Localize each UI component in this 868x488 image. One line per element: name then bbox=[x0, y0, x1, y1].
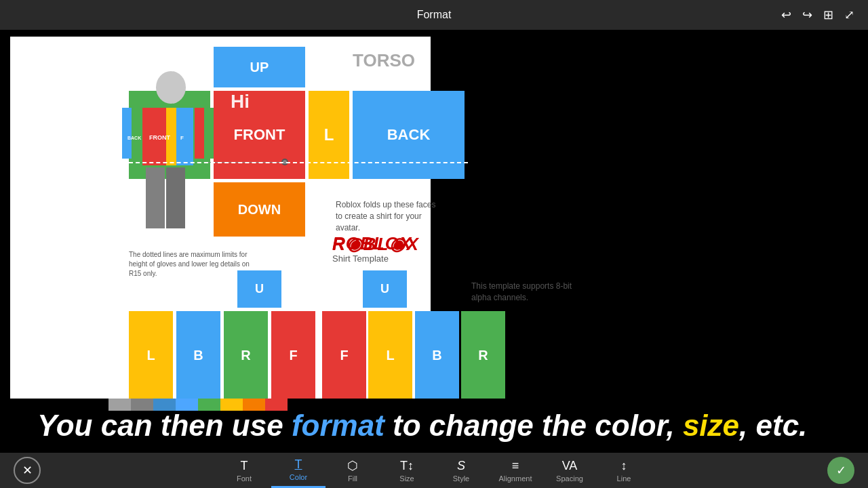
right-arm-face-l: L bbox=[129, 311, 173, 399]
color-icon: T bbox=[295, 458, 302, 472]
undo-icon[interactable]: ↩ bbox=[781, 7, 791, 22]
font-icon: T bbox=[241, 459, 248, 473]
face-l: L bbox=[309, 91, 349, 179]
confirm-button[interactable]: ✓ bbox=[827, 457, 854, 484]
line-icon: ↕ bbox=[621, 459, 627, 473]
alignment-label: Alignment bbox=[499, 474, 532, 483]
right-arm-face-b: B bbox=[176, 311, 220, 399]
caption-size-word: size bbox=[683, 409, 739, 442]
swatch-blue[interactable] bbox=[176, 399, 198, 411]
swatch-gray-light[interactable] bbox=[108, 399, 131, 411]
left-arm-face-l: L bbox=[368, 311, 412, 399]
torso-label: TORSO bbox=[353, 50, 415, 71]
svg-point-0 bbox=[156, 71, 186, 104]
note-text-1: Roblox folds up these faces to create a … bbox=[336, 199, 444, 233]
svg-rect-3 bbox=[176, 108, 193, 165]
left-arm-face-r: R bbox=[461, 311, 505, 399]
swatch-green[interactable] bbox=[198, 399, 220, 411]
right-arm-u-box: U bbox=[237, 270, 281, 308]
swatch-yellow[interactable] bbox=[220, 399, 243, 411]
layers-icon[interactable]: ⊞ bbox=[823, 7, 833, 22]
spacing-icon: VA bbox=[562, 459, 578, 473]
toolbar-item-font[interactable]: T Font bbox=[217, 453, 271, 488]
style-label: Style bbox=[453, 474, 469, 483]
avatar-svg: FRONT F BACK bbox=[108, 64, 234, 281]
color-swatches-bar bbox=[108, 399, 288, 411]
face-back: BACK bbox=[353, 91, 465, 179]
fill-icon: ⬡ bbox=[347, 458, 358, 473]
fill-label: Fill bbox=[348, 474, 357, 483]
svg-rect-7 bbox=[204, 108, 214, 159]
redo-icon[interactable]: ↪ bbox=[802, 7, 812, 22]
caption-color-word: color bbox=[595, 409, 666, 442]
hi-text-overlay: Hi bbox=[231, 91, 250, 113]
avatar-section: FRONT F BACK bbox=[108, 64, 234, 281]
canvas-area: TORSO UP R FRONT Hi L BACK DOWN Roblox bbox=[0, 30, 868, 430]
top-bar: Format ↩ ↪ ⊞ ⤢ bbox=[0, 0, 868, 30]
dashed-line-top bbox=[129, 162, 468, 163]
right-arm-face-r: R bbox=[224, 311, 268, 399]
swatch-orange[interactable] bbox=[243, 399, 265, 411]
left-arm-face-f: F bbox=[322, 311, 366, 399]
app-title: Format bbox=[417, 9, 452, 21]
alignment-icon: ≡ bbox=[512, 459, 519, 473]
caption-bar: You can then use format to change the co… bbox=[0, 399, 868, 453]
top-bar-icons: ↩ ↪ ⊞ ⤢ bbox=[781, 7, 854, 22]
bottom-toolbar: ✕ T Font T Color ⬡ Fill T↕ Size S Style … bbox=[0, 453, 868, 488]
cancel-button[interactable]: ✕ bbox=[14, 457, 41, 484]
line-label: Line bbox=[617, 474, 631, 483]
swatch-gray[interactable] bbox=[131, 399, 153, 411]
toolbar-item-size[interactable]: T↕ Size bbox=[380, 453, 434, 488]
toolbar-item-alignment[interactable]: ≡ Alignment bbox=[488, 453, 542, 488]
toolbar-item-spacing[interactable]: VA Spacing bbox=[542, 453, 597, 488]
right-arm-face-f: F bbox=[271, 311, 315, 399]
size-icon: T↕ bbox=[400, 459, 414, 473]
toolbar-item-style[interactable]: S Style bbox=[434, 453, 488, 488]
toolbar-item-line[interactable]: ↕ Line bbox=[597, 453, 651, 488]
caption-format-word: format bbox=[292, 409, 384, 442]
toolbar-items: T Font T Color ⬡ Fill T↕ Size S Style ≡ … bbox=[217, 453, 651, 488]
svg-rect-9 bbox=[166, 167, 185, 228]
svg-text:FRONT: FRONT bbox=[149, 134, 170, 141]
toolbar-item-color[interactable]: T Color bbox=[271, 453, 326, 488]
svg-text:BACK: BACK bbox=[127, 136, 141, 140]
color-label: Color bbox=[290, 473, 307, 481]
font-label: Font bbox=[237, 474, 252, 483]
left-arm-u-box: U bbox=[363, 270, 407, 308]
svg-rect-8 bbox=[146, 167, 165, 228]
shirt-template-label: Shirt Template bbox=[332, 253, 389, 264]
svg-rect-5 bbox=[122, 108, 132, 159]
style-icon: S bbox=[457, 459, 465, 473]
left-arm-face-b: B bbox=[415, 311, 459, 399]
spacing-label: Spacing bbox=[556, 474, 583, 483]
size-label: Size bbox=[399, 474, 414, 483]
caption-text: You can then use format to change the co… bbox=[37, 411, 807, 441]
roblox-text: ROBLOX bbox=[332, 233, 412, 254]
swatch-blue-light[interactable] bbox=[153, 399, 176, 411]
toolbar-item-fill[interactable]: ⬡ Fill bbox=[326, 453, 380, 488]
swatch-red[interactable] bbox=[265, 399, 288, 411]
expand-icon[interactable]: ⤢ bbox=[844, 7, 854, 22]
svg-text:F: F bbox=[180, 135, 184, 141]
note-text-2: This template supports 8-bit alpha chann… bbox=[471, 281, 593, 304]
